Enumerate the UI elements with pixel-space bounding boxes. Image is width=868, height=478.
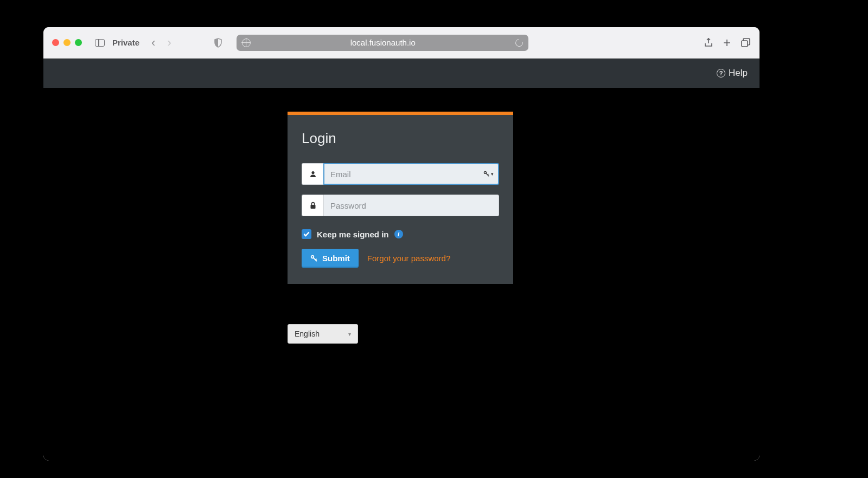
minimize-window-button[interactable] bbox=[63, 39, 71, 46]
share-icon[interactable] bbox=[703, 37, 714, 48]
page-body: ? Help Login ▾ bbox=[43, 59, 760, 461]
address-bar[interactable]: local.fusionauth.io bbox=[237, 35, 528, 51]
submit-button[interactable]: Submit bbox=[302, 249, 359, 268]
language-selected: English bbox=[295, 330, 320, 338]
new-tab-icon[interactable] bbox=[722, 37, 732, 48]
lock-icon bbox=[302, 195, 323, 216]
login-title: Login bbox=[302, 130, 499, 147]
user-icon bbox=[302, 163, 323, 185]
password-input-group bbox=[302, 195, 499, 216]
window-controls bbox=[52, 39, 82, 46]
help-label: Help bbox=[729, 68, 748, 79]
svg-rect-0 bbox=[742, 41, 748, 47]
forward-button[interactable]: › bbox=[165, 36, 173, 50]
sidebar-toggle-icon[interactable] bbox=[95, 39, 105, 47]
password-autofill-icon[interactable]: ▾ bbox=[483, 171, 494, 177]
keep-signed-row: Keep me signed in i bbox=[302, 229, 499, 239]
password-field[interactable] bbox=[323, 195, 499, 216]
email-input-group: ▾ bbox=[302, 163, 499, 185]
browser-window: Private ‹ › local.fusionauth.io ? Help bbox=[43, 27, 760, 461]
globe-icon bbox=[242, 38, 251, 47]
privacy-shield-icon[interactable] bbox=[214, 38, 222, 48]
url-text: local.fusionauth.io bbox=[251, 38, 515, 47]
submit-label: Submit bbox=[322, 254, 350, 263]
close-window-button[interactable] bbox=[52, 39, 59, 46]
page-header: ? Help bbox=[43, 59, 760, 88]
maximize-window-button[interactable] bbox=[75, 39, 82, 46]
language-select[interactable]: English ▾ bbox=[288, 324, 358, 344]
tabs-icon[interactable] bbox=[740, 37, 751, 48]
svg-rect-3 bbox=[310, 205, 315, 209]
email-field[interactable] bbox=[323, 163, 499, 185]
help-icon: ? bbox=[717, 69, 725, 77]
reload-icon[interactable] bbox=[514, 37, 524, 48]
back-button[interactable]: ‹ bbox=[149, 36, 157, 50]
svg-point-1 bbox=[311, 171, 314, 174]
chevron-down-icon: ▾ bbox=[348, 331, 351, 337]
info-icon[interactable]: i bbox=[394, 230, 403, 238]
action-row: Submit Forgot your password? bbox=[302, 249, 499, 268]
forgot-password-link[interactable]: Forgot your password? bbox=[367, 254, 450, 263]
keep-signed-label: Keep me signed in bbox=[317, 230, 389, 239]
login-card: Login ▾ bbox=[288, 112, 513, 284]
private-mode-label: Private bbox=[112, 38, 139, 47]
key-icon bbox=[310, 255, 318, 262]
help-link[interactable]: ? Help bbox=[717, 68, 748, 79]
keep-signed-checkbox[interactable] bbox=[302, 229, 311, 239]
browser-toolbar: Private ‹ › local.fusionauth.io bbox=[43, 27, 760, 59]
